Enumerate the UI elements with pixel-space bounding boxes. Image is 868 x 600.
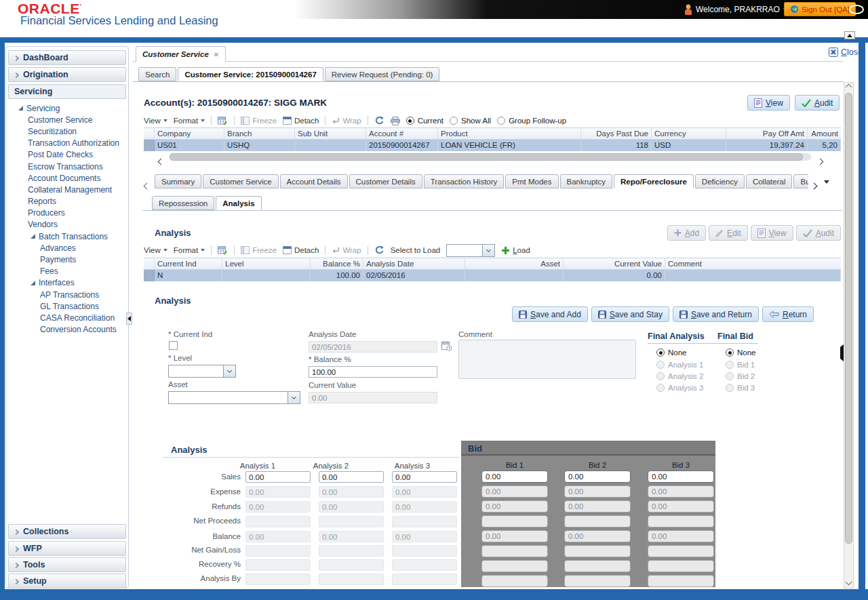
comment-textarea[interactable] [458, 340, 636, 379]
asset-dropdown[interactable] [168, 391, 300, 404]
sidebar-section-servicing[interactable]: Servicing [8, 84, 126, 99]
sidebar-item-casa-reconciliation[interactable]: CASA Reconciliation [13, 312, 127, 323]
column-header[interactable]: Current Ind [155, 258, 222, 270]
radio-final-bid-none[interactable]: None [726, 348, 756, 357]
sidebar-item-post-date-checks[interactable]: Post Date Checks [13, 149, 127, 161]
tabs-scroll-left[interactable] [144, 179, 149, 191]
tab-bureau[interactable]: Bureau [793, 174, 808, 188]
tab-account-details[interactable]: Account Details [280, 174, 348, 188]
return-button[interactable]: Return [762, 306, 814, 322]
sidebar-item-account-documents[interactable]: Account Documents [13, 172, 127, 184]
sidebar-section-wfp[interactable]: WFP [8, 541, 126, 556]
horizontal-scroll-thumb[interactable] [170, 153, 803, 161]
tab-pmt-modes[interactable]: Pmt Modes [505, 174, 558, 188]
tab-customer-details[interactable]: Customer Details [349, 174, 422, 188]
tab-summary[interactable]: Summary [155, 174, 201, 188]
expand-icon[interactable] [18, 106, 23, 111]
load-button[interactable]: Load [501, 246, 530, 255]
query-by-example-button[interactable] [218, 246, 228, 255]
view-menu[interactable]: View [144, 246, 167, 254]
radio-show-all[interactable]: Show All [450, 117, 491, 125]
tree-node-servicing[interactable]: Servicing [13, 102, 127, 114]
column-header[interactable]: Pay Off Amt [726, 127, 808, 140]
print-button[interactable] [391, 117, 400, 125]
sidebar-item-transaction-authorization[interactable]: Transaction Authorization [13, 138, 127, 149]
sign-out-button[interactable]: Sign Out [QA] [784, 2, 856, 16]
sidebar-item-advances[interactable]: Advances [13, 242, 127, 254]
sidebar-item-ap-transactions[interactable]: AP Transactions [13, 289, 127, 300]
detach-button[interactable]: Detach [283, 117, 319, 125]
format-menu[interactable]: Format [174, 117, 205, 125]
tab-search[interactable]: Search [138, 67, 176, 81]
sidebar-section-setup[interactable]: Setup [8, 574, 126, 588]
sidebar-section-collections[interactable]: Collections [8, 524, 126, 539]
column-header[interactable]: Branch [224, 127, 295, 140]
tab-repossession[interactable]: Repossession [152, 196, 214, 210]
column-header[interactable]: Analysis Date [363, 258, 465, 270]
sidebar-item-fees[interactable]: Fees [13, 266, 127, 277]
close-tab-icon[interactable]: ✕ [214, 51, 219, 58]
table-row[interactable]: N 100.00 02/05/2016 0.00 [144, 270, 841, 281]
select-to-load-dropdown[interactable] [446, 244, 495, 257]
sales-analysis3-input[interactable] [392, 471, 457, 483]
scroll-splitter-marker[interactable] [840, 347, 844, 359]
column-header[interactable]: Currency [652, 127, 726, 140]
sidebar-item-payments[interactable]: Payments [13, 254, 127, 265]
sidebar-item-collateral-management[interactable]: Collateral Management [13, 184, 127, 195]
sidebar-item-reports[interactable]: Reports [13, 196, 127, 207]
level-dropdown[interactable] [168, 365, 236, 378]
sidebar-item-gl-transactions[interactable]: GL Transactions [13, 300, 127, 312]
tabs-overflow-menu[interactable] [824, 180, 829, 184]
column-header[interactable]: Current Value [564, 258, 665, 270]
row-selector[interactable] [144, 140, 155, 151]
bid1-sales-input[interactable] [481, 471, 548, 483]
tab-collateral[interactable]: Collateral [746, 174, 793, 188]
refresh-button[interactable] [374, 245, 384, 255]
sidebar-item-producers[interactable]: Producers [13, 207, 127, 219]
dropdown-button[interactable] [288, 391, 300, 404]
sidebar-section-tools[interactable]: Tools [8, 557, 126, 572]
format-menu[interactable]: Format [174, 246, 205, 254]
account-audit-button[interactable]: Audit [795, 95, 840, 111]
expand-icon[interactable] [31, 234, 35, 239]
column-header[interactable]: Company [155, 127, 224, 140]
sidebar-item-customer-service[interactable]: Customer Service [13, 114, 127, 125]
tab-customer-service-account[interactable]: Customer Service: 20150900014267 [178, 67, 323, 81]
column-header[interactable]: Account # [366, 127, 438, 140]
column-header[interactable]: Days Past Due [581, 127, 652, 140]
column-header[interactable]: Product [438, 127, 581, 140]
bid2-sales-input[interactable] [564, 471, 631, 483]
welcome-menu[interactable]: Welcome, PRAKRRAO [696, 5, 789, 14]
table-row[interactable]: US01 USHQ 20150900014267 LOAN VEHICLE (F… [144, 140, 841, 151]
column-header[interactable]: Amount [808, 127, 841, 140]
hscroll-left-button[interactable] [159, 155, 163, 167]
scroll-up-button[interactable] [844, 82, 854, 92]
radio-final-analysis-none[interactable]: None [656, 348, 687, 357]
collapse-top-button[interactable] [844, 31, 855, 39]
save-and-stay-button[interactable]: Save and Stay [591, 306, 669, 322]
tab-review-request[interactable]: Review Request (Pending: 0) [325, 67, 440, 81]
tab-customer-service[interactable]: Customer Service [203, 174, 278, 188]
sidebar-item-securitization[interactable]: Securitization [13, 125, 127, 137]
expand-icon[interactable] [31, 281, 35, 285]
dropdown-button[interactable] [223, 365, 236, 378]
close-button[interactable]: Close [829, 47, 863, 57]
column-header[interactable]: Balance % [311, 258, 363, 270]
tab-analysis[interactable]: Analysis [216, 196, 261, 210]
tab-deficiency[interactable]: Deficiency [695, 174, 745, 188]
column-header[interactable]: Level [222, 258, 311, 270]
tab-transaction-history[interactable]: Transaction History [424, 174, 505, 188]
tab-repo-foreclosure[interactable]: Repo/Foreclosure [614, 174, 694, 188]
vertical-scroll-thumb[interactable] [845, 93, 852, 544]
sidebar-item-escrow-transactions[interactable]: Escrow Transactions [13, 161, 127, 172]
tree-node-interfaces[interactable]: Interfaces [13, 277, 127, 289]
bid3-sales-input[interactable] [648, 471, 714, 483]
balance-input[interactable] [309, 366, 437, 378]
save-and-add-button[interactable]: Save and Add [512, 306, 588, 322]
sales-analysis2-input[interactable] [319, 471, 384, 483]
sidebar-splitter[interactable] [126, 313, 132, 325]
radio-group-follow-up[interactable]: Group Follow-up [497, 117, 566, 125]
sidebar-section-dashboard[interactable]: DashBoard [8, 50, 126, 65]
sidebar-section-origination[interactable]: Origination [8, 67, 126, 82]
sales-analysis1-input[interactable] [245, 471, 311, 483]
